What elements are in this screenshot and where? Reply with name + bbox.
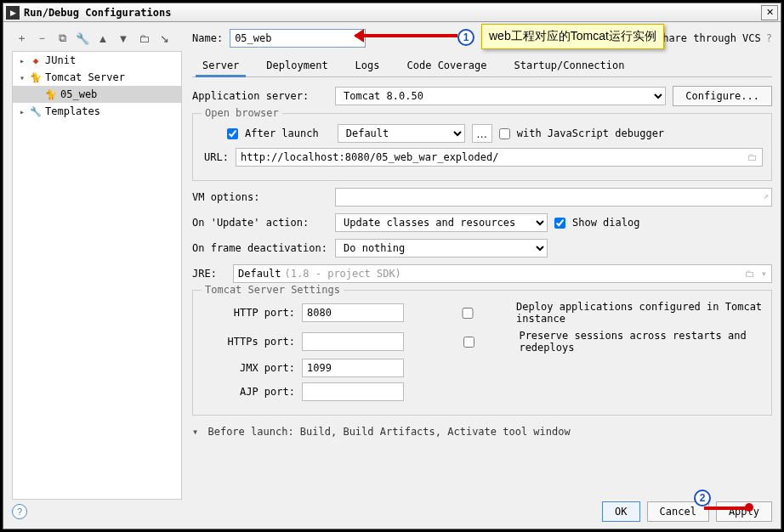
chevron-right-icon[interactable]: ▸ <box>18 56 26 65</box>
app-icon: ▶ <box>6 6 20 20</box>
remove-icon[interactable]: － <box>34 31 49 46</box>
before-launch-label: Before launch: Build, Build Artifacts, A… <box>207 426 570 438</box>
open-browser-group: Open browser After launch Default … with… <box>192 113 772 181</box>
open-browser-legend: Open browser <box>202 107 282 119</box>
dialog-window: ▶ Run/Debug Configurations ✕ ＋ － ⧉ 🔧 ▲ ▼… <box>3 3 781 529</box>
tab-startup-connection[interactable]: Startup/Connection <box>507 56 631 76</box>
tab-code-coverage[interactable]: Code Coverage <box>401 56 494 76</box>
https-port-input[interactable] <box>302 332 404 351</box>
jmx-port-input[interactable] <box>302 359 404 377</box>
share-label: Share through VCS <box>656 32 761 44</box>
browse-folder-icon[interactable]: 🗀 <box>747 151 758 163</box>
jre-select[interactable]: Default (1.8 - project SDK) 🗀 ▾ <box>233 264 772 283</box>
http-port-label: HTTP port: <box>202 307 295 319</box>
preserve-sessions-label: Preserve sessions across restarts and re… <box>519 330 763 354</box>
before-launch-toggle[interactable]: ▾ <box>192 426 198 438</box>
tabs: Server Deployment Logs Code Coverage Sta… <box>192 56 772 77</box>
preserve-sessions-checkbox[interactable] <box>426 337 512 348</box>
on-update-label: On 'Update' action: <box>192 217 328 229</box>
wrench-icon: 🔧 <box>30 105 42 117</box>
jre-hint: (1.8 - project SDK) <box>285 268 401 280</box>
tomcat-settings-group: Tomcat Server Settings HTTP port: Deploy… <box>192 290 772 416</box>
after-launch-checkbox[interactable] <box>227 128 238 139</box>
show-dialog-label: Show dialog <box>572 217 639 229</box>
http-port-input[interactable] <box>302 303 404 322</box>
tree-item-templates[interactable]: ▸ 🔧 Templates <box>13 103 181 120</box>
chevron-down-icon[interactable]: ▾ <box>18 73 26 82</box>
up-icon[interactable]: ▲ <box>95 31 111 46</box>
app-server-label: Application server: <box>192 90 328 102</box>
chevron-right-icon[interactable]: ▸ <box>18 107 26 116</box>
browser-more-button[interactable]: … <box>472 124 492 143</box>
jmx-port-label: JMX port: <box>202 362 295 374</box>
titlebar: ▶ Run/Debug Configurations ✕ <box>3 3 781 22</box>
expand-field-icon[interactable]: ↗ <box>763 190 769 201</box>
name-label: Name: <box>192 32 223 44</box>
url-label: URL: <box>202 151 229 163</box>
on-frame-select[interactable]: Do nothing <box>335 239 548 258</box>
folder-icon[interactable]: 🗀 <box>136 31 151 46</box>
on-frame-label: On frame deactivation: <box>192 242 328 254</box>
tomcat-icon: 🐈 <box>30 71 42 83</box>
main-panel: Name: 1 web工程对应的Tomcat运行实例 Share through… <box>182 29 772 500</box>
settings-icon[interactable]: 🔧 <box>75 31 90 46</box>
configure-button[interactable]: Configure... <box>673 86 772 106</box>
apply-button[interactable]: Apply <box>716 501 772 522</box>
ajp-port-input[interactable] <box>302 382 404 401</box>
on-update-select[interactable]: Update classes and resources <box>335 213 548 232</box>
sidebar-toolbar: ＋ － ⧉ 🔧 ▲ ▼ 🗀 ↘ <box>12 29 182 51</box>
tree-label: 05_web <box>60 88 97 100</box>
tree-item-05-web[interactable]: 🐈 05_web <box>13 86 181 103</box>
share-checkbox[interactable] <box>517 29 653 48</box>
app-server-select[interactable]: Tomcat 8.0.50 <box>335 87 666 105</box>
badge-1: 1 <box>457 29 474 46</box>
tree-label: Tomcat Server <box>45 71 125 83</box>
add-icon[interactable]: ＋ <box>14 31 29 46</box>
tomcat-icon: 🐈 <box>45 88 57 100</box>
expand-icon[interactable]: ↘ <box>156 31 172 46</box>
junit-icon: ◆ <box>30 54 42 66</box>
sidebar: ＋ － ⧉ 🔧 ▲ ▼ 🗀 ↘ ▸ ◆ JUnit ▾ 🐈 Tomcat Ser <box>12 29 182 500</box>
close-icon[interactable]: ✕ <box>761 5 778 20</box>
vm-options-label: VM options: <box>192 191 328 203</box>
copy-icon[interactable]: ⧉ <box>54 31 70 46</box>
js-debugger-checkbox[interactable] <box>499 128 510 139</box>
config-tree: ▸ ◆ JUnit ▾ 🐈 Tomcat Server 🐈 05_web ▸ 🔧… <box>12 51 182 500</box>
help-icon[interactable]: ? <box>12 504 27 519</box>
tab-deployment[interactable]: Deployment <box>259 56 334 76</box>
js-debugger-label: with JavaScript debugger <box>517 127 664 139</box>
tree-label: Templates <box>45 105 100 117</box>
vm-options-field[interactable]: ↗ <box>335 188 772 207</box>
tree-label: JUnit <box>45 54 76 66</box>
down-icon[interactable]: ▼ <box>116 31 131 46</box>
https-port-label: HTTPs port: <box>202 336 295 348</box>
jre-browse-icon[interactable]: 🗀 ▾ <box>745 268 767 280</box>
show-dialog-checkbox[interactable] <box>554 218 565 229</box>
jre-label: JRE: <box>192 268 226 280</box>
ok-button[interactable]: OK <box>602 501 639 522</box>
window-title: Run/Debug Configurations <box>24 7 171 19</box>
url-value: http://localhost:8080/05_web_war_explode… <box>241 151 498 163</box>
deploy-apps-checkbox[interactable] <box>426 308 509 319</box>
ajp-port-label: AJP port: <box>202 386 295 398</box>
deploy-apps-label: Deploy applications configured in Tomcat… <box>516 301 763 325</box>
browser-select[interactable]: Default <box>338 124 465 143</box>
url-field[interactable]: http://localhost:8080/05_web_war_explode… <box>236 148 763 167</box>
tab-server[interactable]: Server <box>196 56 246 77</box>
jre-value: Default <box>238 268 281 280</box>
tree-item-junit[interactable]: ▸ ◆ JUnit <box>13 52 181 69</box>
tree-item-tomcat-server[interactable]: ▾ 🐈 Tomcat Server <box>13 69 181 86</box>
cancel-button[interactable]: Cancel <box>647 501 709 522</box>
after-launch-label: After launch <box>245 127 319 139</box>
help-share-icon[interactable]: ? <box>766 32 772 44</box>
tab-logs[interactable]: Logs <box>349 56 387 76</box>
button-bar: ? OK Cancel Apply 2 <box>12 501 772 522</box>
tomcat-settings-legend: Tomcat Server Settings <box>202 284 344 296</box>
name-input[interactable] <box>230 29 366 48</box>
